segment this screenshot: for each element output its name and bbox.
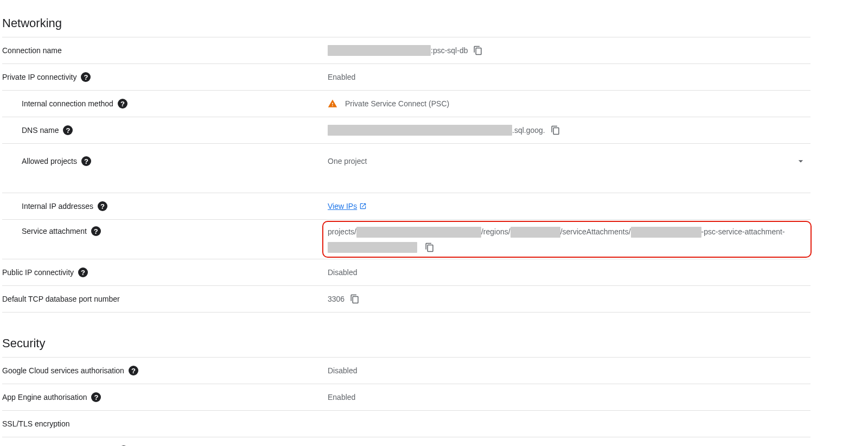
service-attachment-redacted-2 <box>510 227 560 238</box>
help-icon[interactable]: ? <box>63 125 73 135</box>
help-icon[interactable]: ? <box>91 392 101 402</box>
external-link-icon <box>359 202 367 210</box>
copy-icon[interactable] <box>473 46 483 55</box>
service-attachment-text-4: -psc-service-attachment- <box>701 227 785 236</box>
row-private-ip: Private IP connectivity ? Enabled <box>2 63 810 90</box>
service-attachment-text-1: projects/ <box>328 227 356 236</box>
gcloud-auth-label: Google Cloud services authorisation <box>2 366 124 375</box>
default-port-value: 3306 <box>328 293 344 305</box>
help-icon[interactable]: ? <box>91 226 101 236</box>
row-allowed-projects[interactable]: Allowed projects ? One project <box>2 143 810 179</box>
help-icon[interactable]: ? <box>129 366 138 375</box>
help-icon[interactable]: ? <box>81 156 91 166</box>
security-heading: Security <box>2 336 810 351</box>
service-attachment-redacted-3 <box>631 227 701 238</box>
row-allow-ssl-only: Allow only SSL connections ? Disabled <box>2 437 810 446</box>
public-ip-value: Disabled <box>328 266 357 278</box>
view-ips-link-text: View IPs <box>328 200 357 212</box>
help-icon[interactable]: ? <box>118 99 127 109</box>
row-ssl-tls: SSL/TLS encryption <box>2 410 810 437</box>
appengine-auth-value: Enabled <box>328 391 355 403</box>
connection-name-redacted <box>328 45 431 56</box>
copy-icon[interactable] <box>350 294 360 304</box>
view-ips-link[interactable]: View IPs <box>328 200 367 212</box>
appengine-auth-label: App Engine authorisation <box>2 393 87 402</box>
service-attachment-redacted-1 <box>356 227 481 238</box>
service-attachment-text-2: /regions/ <box>481 227 510 236</box>
dns-name-label: DNS name <box>22 126 59 135</box>
row-internal-method: Internal connection method ? Private Ser… <box>2 90 810 117</box>
row-internal-ips: Internal IP addresses ? View IPs <box>2 193 810 219</box>
help-icon[interactable]: ? <box>98 201 107 211</box>
internal-method-label: Internal connection method <box>22 99 113 108</box>
connection-name-value: :psc-sql-db <box>431 44 468 56</box>
row-appengine-auth: App Engine authorisation ? Enabled <box>2 384 810 410</box>
help-icon[interactable]: ? <box>81 72 91 82</box>
help-icon[interactable]: ? <box>78 267 88 277</box>
copy-icon[interactable] <box>425 243 435 252</box>
public-ip-label: Public IP connectivity <box>2 268 74 277</box>
service-attachment-text-3: /serviceAttachments/ <box>560 227 631 236</box>
chevron-down-icon[interactable] <box>795 156 806 167</box>
default-port-label: Default TCP database port number <box>2 295 120 303</box>
row-default-port: Default TCP database port number 3306 <box>2 285 810 313</box>
internal-method-value: Private Service Connect (PSC) <box>345 98 449 110</box>
private-ip-value: Enabled <box>328 71 355 83</box>
service-attachment-redacted-4 <box>328 242 417 253</box>
row-dns-name: DNS name ? .sql.goog. <box>2 117 810 143</box>
warning-icon <box>328 99 337 109</box>
allowed-projects-label: Allowed projects <box>22 157 77 165</box>
ssl-tls-label: SSL/TLS encryption <box>2 419 70 428</box>
dns-name-redacted <box>328 125 512 136</box>
gcloud-auth-value: Disabled <box>328 365 357 377</box>
internal-ips-label: Internal IP addresses <box>22 202 93 211</box>
connection-name-label: Connection name <box>2 46 62 55</box>
dns-name-value: .sql.goog. <box>512 124 545 136</box>
row-gcloud-auth: Google Cloud services authorisation ? Di… <box>2 357 810 384</box>
copy-icon[interactable] <box>551 125 560 135</box>
row-connection-name: Connection name :psc-sql-db <box>2 37 810 63</box>
private-ip-label: Private IP connectivity <box>2 73 76 81</box>
networking-heading: Networking <box>2 16 810 30</box>
allowed-projects-value: One project <box>328 155 367 167</box>
service-attachment-label: Service attachment <box>22 227 87 235</box>
row-service-attachment: Service attachment ? projects//regions//… <box>2 219 810 259</box>
row-public-ip: Public IP connectivity ? Disabled <box>2 259 810 285</box>
